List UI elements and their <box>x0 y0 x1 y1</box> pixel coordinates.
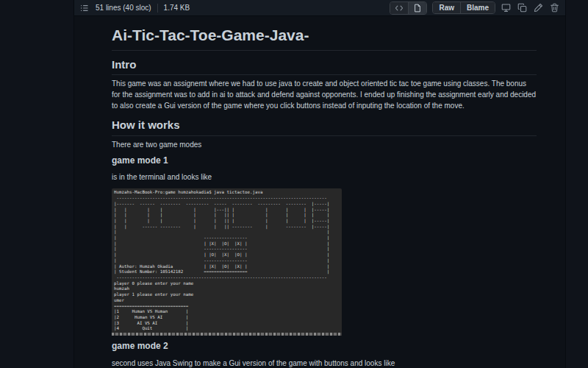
file-info: 51 lines (40 sloc) 1.74 KB <box>79 3 190 13</box>
terminal-window-bottom-edge <box>112 333 342 336</box>
raw-button[interactable]: Raw <box>433 2 460 13</box>
edit-file-button[interactable] <box>533 2 544 13</box>
file-size: 1.74 KB <box>164 4 190 12</box>
code-icon <box>395 4 404 13</box>
blob-view-toggle <box>390 1 427 15</box>
device-desktop-icon <box>501 3 511 13</box>
copy-raw-button[interactable] <box>517 2 528 13</box>
markdown-body: Ai-Tic-Tac-Toe-Game-Java- Intro This gam… <box>74 16 566 368</box>
source-view-button[interactable] <box>390 2 408 14</box>
list-unordered-icon <box>80 4 89 13</box>
game-mode-2-paragraph: second uses Java Swing to make a Gui ver… <box>112 358 537 368</box>
readme-title: Ai-Tic-Tac-Toe-Game-Java- <box>112 26 537 51</box>
file-actions: Raw Blame <box>390 1 560 15</box>
terminal-text: Humzahs-MacBook-Pro:game humzahokadia$ j… <box>114 190 342 332</box>
game-mode-2-heading: game mode 2 <box>112 342 537 352</box>
game-mode-1-heading: game mode 1 <box>112 156 537 166</box>
how-it-works-paragraph: There are two game modes <box>112 139 537 150</box>
raw-blame-group: Raw Blame <box>432 1 495 14</box>
open-desktop-button[interactable] <box>501 2 512 13</box>
file-icon <box>413 4 422 13</box>
terminal-screenshot-image[interactable]: Humzahs-MacBook-Pro:game humzahokadia$ j… <box>112 188 342 336</box>
pencil-icon <box>534 3 543 13</box>
file-view-panel: 51 lines (40 sloc) 1.74 KB <box>74 0 566 368</box>
copy-icon <box>517 3 527 13</box>
trash-icon <box>550 3 559 13</box>
file-header: 51 lines (40 sloc) 1.74 KB <box>74 0 565 16</box>
intro-paragraph: This game was an assignemt where we had … <box>112 78 537 111</box>
blame-button[interactable]: Blame <box>460 2 495 13</box>
symbols-panel-button[interactable] <box>79 3 90 13</box>
rendered-view-button[interactable] <box>408 2 426 14</box>
delete-file-button[interactable] <box>549 2 560 13</box>
game-mode-1-paragraph: is in the terminal and looks like <box>112 171 537 183</box>
intro-heading: Intro <box>112 58 537 75</box>
how-it-works-heading: How it works <box>112 118 537 135</box>
header-divider <box>157 4 158 13</box>
file-lines-info: 51 lines (40 sloc) <box>96 4 151 12</box>
